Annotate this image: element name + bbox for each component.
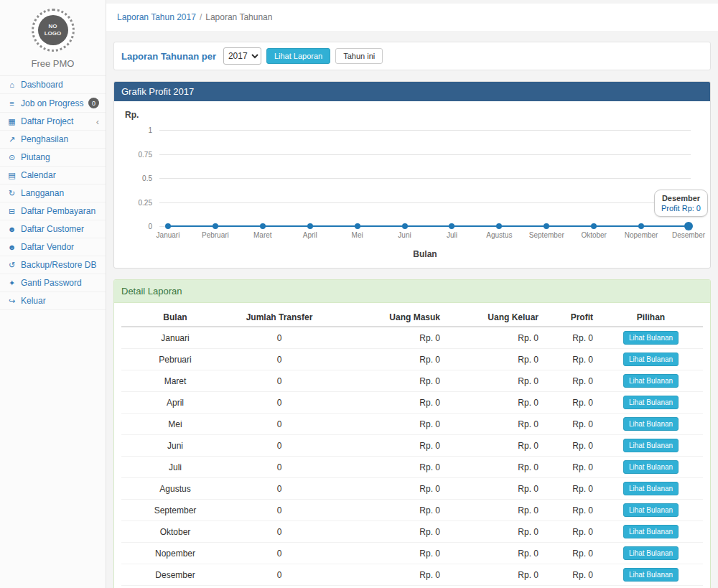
income-chart-icon: ↗ [6, 135, 17, 144]
cell-uang-masuk: Rp. 0 [330, 586, 446, 588]
job-count-badge: 0 [88, 98, 99, 108]
sidebar-item-langganan[interactable]: ↻Langganan [0, 185, 106, 202]
cell-jumlah-transfer: 0 [229, 478, 330, 500]
sidebar-item-daftar-vendor[interactable]: ☻Daftar Vendor [0, 238, 106, 256]
y-tick-label: 0.5 [142, 174, 152, 182]
chart-point-juli[interactable] [449, 223, 454, 229]
lihat-bulanan-button[interactable]: Lihat Bulanan [623, 460, 679, 474]
dashboard-icon: ⌂ [6, 80, 17, 89]
detail-table-wrapper: BulanJumlah TransferUang MasukUang Kelua… [114, 303, 710, 588]
cell-jumlah-transfer: 0 [229, 564, 330, 586]
cell-uang-keluar: Rp. 0 [446, 457, 544, 478]
y-tick-label: 0.75 [139, 150, 152, 158]
sidebar-item-label: Penghasilan [21, 134, 68, 144]
sidebar-item-piutang[interactable]: ⊙Piutang [0, 149, 106, 167]
year-select[interactable]: 2017 [223, 47, 261, 65]
cell-jumlah-transfer: 0 [229, 521, 330, 543]
sidebar-item-daftar-customer[interactable]: ☻Daftar Customer [0, 220, 106, 238]
breadcrumb-current: Laporan Tahunan [205, 12, 272, 22]
sidebar-item-ganti-password[interactable]: ✦Ganti Password [0, 274, 106, 292]
chart-point-maret[interactable] [260, 223, 266, 229]
chart-point-januari[interactable] [165, 223, 171, 229]
cell-pilihan: Lihat Bulanan [599, 500, 703, 521]
cell-jumlah-transfer: 0 [229, 327, 330, 349]
x-tick-label: Juni [398, 231, 411, 239]
sidebar-item-penghasilan[interactable]: ↗Penghasilan [0, 131, 106, 149]
cell-bulan: Oktober [121, 521, 229, 543]
x-tick-label: September [529, 231, 564, 239]
lihat-bulanan-button[interactable]: Lihat Bulanan [623, 546, 679, 560]
no-logo-badge: NO LOGO [38, 15, 68, 45]
cell-bulan: Juni [121, 435, 229, 457]
sidebar-item-label: Calendar [21, 170, 56, 180]
sidebar-item-keluar[interactable]: ↪Keluar [0, 292, 106, 310]
breadcrumb-link-laporan-tahun[interactable]: Laporan Tahun 2017 [117, 12, 196, 22]
lihat-bulanan-button[interactable]: Lihat Bulanan [623, 417, 679, 431]
cell-pilihan: Lihat Bulanan [599, 349, 703, 370]
cell-uang-masuk: Rp. 0 [330, 349, 446, 370]
cell-jumlah-transfer: 0 [229, 370, 330, 392]
cell-profit: Rp. 0 [544, 478, 599, 500]
cell-pilihan: Lihat Bulanan [599, 478, 703, 500]
chart-point-mei[interactable] [355, 223, 360, 229]
chart-point-desember[interactable] [684, 222, 693, 230]
lihat-bulanan-button[interactable]: Lihat Bulanan [623, 525, 679, 538]
chart-panel-title: Grafik Profit 2017 [114, 82, 710, 101]
lihat-bulanan-button[interactable]: Lihat Bulanan [623, 396, 679, 409]
chart-point-oktober[interactable] [591, 223, 597, 229]
tasks-icon: ≡ [6, 99, 17, 108]
cell-uang-keluar: Rp. 0 [446, 435, 544, 457]
sidebar-item-daftar-project[interactable]: ▦Daftar Project‹ [0, 113, 106, 131]
chart-point-nopember[interactable] [638, 223, 644, 229]
sidebar-item-dashboard[interactable]: ⌂Dashboard [0, 76, 106, 94]
sidebar-item-backup-restore-db[interactable]: ↺Backup/Restore DB [0, 256, 106, 274]
cell-pilihan: Lihat Bulanan [599, 370, 703, 392]
subscription-refresh-icon: ↻ [6, 189, 17, 198]
chart-point-agustus[interactable] [496, 223, 502, 229]
tahun-ini-button[interactable]: Tahun ini [335, 48, 383, 64]
chart-tooltip: Desember Profit Rp: 0 [654, 190, 708, 217]
detail-panel-title: Detail Laporan [114, 280, 710, 303]
sidebar-item-calendar[interactable]: ▤Calendar [0, 167, 106, 185]
cell-uang-keluar: Rp. 0 [446, 564, 544, 586]
cell-uang-masuk: Rp. 0 [330, 457, 446, 478]
lihat-bulanan-button[interactable]: Lihat Bulanan [623, 482, 679, 495]
sidebar: NO LOGO Free PMO ⌂Dashboard≡Job on Progr… [0, 0, 106, 588]
lihat-bulanan-button[interactable]: Lihat Bulanan [623, 568, 679, 582]
sidebar-item-label: Piutang [21, 152, 50, 162]
lihat-bulanan-button[interactable]: Lihat Bulanan [623, 331, 679, 345]
logo-text: NO LOGO [43, 23, 63, 37]
chart-point-pebruari[interactable] [213, 223, 218, 229]
chart-point-juni[interactable] [402, 223, 408, 229]
cell-uang-keluar: Rp. 0 [446, 349, 544, 370]
table-row-januari: Januari0Rp. 0Rp. 0Rp. 0Lihat Bulanan [121, 327, 703, 349]
sidebar-item-job-on-progress[interactable]: ≡Job on Progress0 [0, 94, 106, 113]
sidebar-item-daftar-pembayaran[interactable]: ⊟Daftar Pembayaran [0, 202, 106, 220]
lihat-bulanan-button[interactable]: Lihat Bulanan [623, 374, 679, 388]
sidebar-item-label: Job on Progress [21, 98, 83, 108]
cell-profit: Rp. 0 [544, 414, 599, 435]
table-header-row: BulanJumlah TransferUang MasukUang Kelua… [121, 309, 703, 327]
lihat-laporan-button[interactable]: Lihat Laporan [266, 48, 330, 64]
lihat-bulanan-button[interactable]: Lihat Bulanan [623, 439, 679, 452]
app-window: NO LOGO Free PMO ⌂Dashboard≡Job on Progr… [0, 0, 718, 588]
cell-bulan: Mei [121, 414, 229, 435]
chart-point-april[interactable] [307, 223, 313, 229]
cell-pilihan: Lihat Bulanan [599, 457, 703, 478]
sidebar-item-label: Daftar Pembayaran [21, 206, 95, 216]
column-header-profit: Profit [544, 309, 599, 327]
chart-point-september[interactable] [544, 223, 549, 229]
cell-uang-keluar: Rp. 0 [446, 327, 544, 349]
cell-profit: Rp. 0 [544, 457, 599, 478]
lihat-bulanan-button[interactable]: Lihat Bulanan [623, 353, 679, 366]
x-tick-label: Januari [157, 231, 180, 239]
calendar-icon: ▤ [6, 171, 17, 180]
detail-table: BulanJumlah TransferUang MasukUang Kelua… [121, 309, 703, 588]
cell-profit: Rp. 0 [544, 521, 599, 543]
filter-panel: Laporan Tahunan per 2017 Lihat Laporan T… [113, 42, 711, 70]
cell-jumlah-transfer: 0 [229, 349, 330, 370]
cell-uang-masuk: Rp. 0 [330, 543, 446, 564]
cell-profit: Rp. 0 [544, 327, 599, 349]
lihat-bulanan-button[interactable]: Lihat Bulanan [623, 503, 679, 517]
tooltip-month: Desember [661, 194, 701, 202]
